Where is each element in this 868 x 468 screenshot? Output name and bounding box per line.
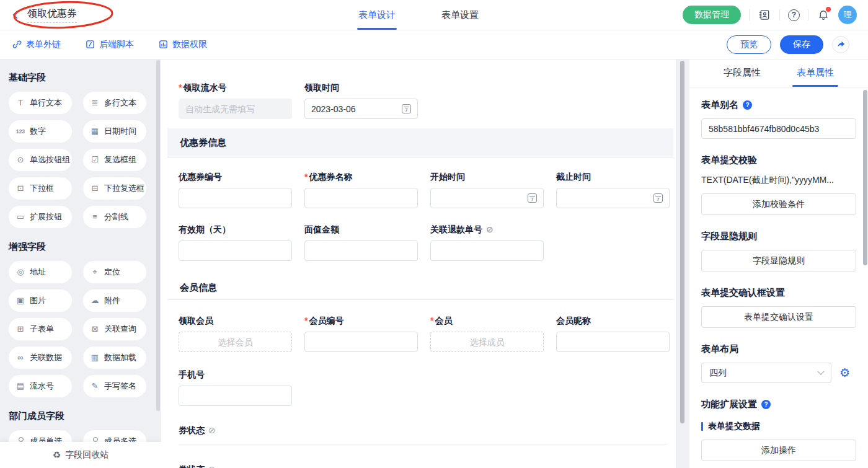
field-item-image[interactable]: ▣图片	[9, 289, 72, 312]
member-select[interactable]	[430, 332, 544, 352]
submit-confirm-button[interactable]: 表单提交确认设置	[701, 306, 856, 328]
form-alias-input[interactable]	[701, 118, 856, 139]
share-button[interactable]	[832, 36, 849, 53]
canvas-scrollbar-thumb[interactable]	[680, 61, 684, 423]
field-recycle-bin[interactable]: ♻ 字段回收站	[0, 442, 161, 468]
panel-scrollbar-thumb[interactable]	[863, 90, 867, 265]
field-item-linked-query[interactable]: ⊠关联查询	[83, 318, 146, 340]
field-coupon-no[interactable]: 优惠券编号	[179, 172, 292, 208]
field-item-multi-text[interactable]: ≣多行文本	[83, 92, 146, 114]
field-claim-time[interactable]: 领取时间 2023-03-06 7	[304, 82, 418, 119]
sidebar-scrollbar-thumb[interactable]	[156, 60, 160, 411]
form-alias-label: 表单别名 ?	[701, 99, 856, 111]
field-valid-days[interactable]: 有效期（天）	[179, 224, 292, 261]
share-arrow-icon	[836, 40, 846, 49]
field-item-checkbox-group[interactable]: ☑复选框组	[83, 149, 146, 171]
required-mark: *	[179, 82, 182, 92]
serial-no-input[interactable]	[179, 99, 292, 119]
field-item-extend-button[interactable]: ▭扩展按钮	[9, 206, 72, 228]
form-title[interactable]: 领取优惠券	[27, 7, 77, 23]
tab-field-properties[interactable]: 字段属性	[724, 59, 761, 87]
field-item-subform[interactable]: ⊞子表单	[9, 318, 72, 340]
help-icon[interactable]: ?	[788, 9, 800, 21]
field-item-attachment[interactable]: ☁附件	[83, 289, 146, 312]
tab-form-settings[interactable]: 表单设置	[441, 0, 479, 30]
field-item-single-text[interactable]: T单行文本	[9, 92, 72, 114]
dropdown-icon: ⊡	[16, 184, 25, 193]
field-face-value[interactable]: 面值金额	[304, 224, 418, 261]
contacts-book-icon[interactable]	[758, 8, 771, 22]
chevron-down-icon	[817, 368, 824, 374]
user-avatar[interactable]: 理	[838, 6, 857, 24]
field-start-time[interactable]: 开始时间 7	[430, 172, 544, 208]
field-item-radio-group[interactable]: ⊙单选按钮组	[9, 149, 72, 171]
form-row: *领取流水号 领取时间 2023-03-06 7	[161, 82, 676, 119]
backend-script-link[interactable]: 后端脚本	[86, 39, 134, 50]
field-coupon-name[interactable]: *优惠券名称	[304, 172, 418, 208]
field-item-address[interactable]: ◎地址	[9, 261, 72, 283]
form-external-link[interactable]: 表单外链	[12, 39, 61, 50]
help-icon[interactable]: ?	[743, 100, 752, 110]
member-nickname-input[interactable]	[556, 332, 670, 352]
field-item-linked-data[interactable]: ∞关联数据	[9, 347, 72, 369]
member-no-input[interactable]	[304, 332, 418, 352]
coupon-no-input[interactable]	[179, 188, 292, 208]
calendar-icon: ▦	[90, 127, 100, 136]
field-coupon-status-2[interactable]: 券状态 ⊘	[161, 464, 676, 468]
field-item-multi-dropdown[interactable]: ⊟下拉复选框	[83, 177, 146, 200]
data-permission-link[interactable]: 数据权限	[159, 39, 207, 50]
validation-expression: TEXT(DATE(截止时间),"yyyyMM...	[701, 175, 856, 186]
data-manage-button[interactable]: 数据管理	[683, 6, 741, 24]
back-icon[interactable]	[10, 9, 21, 20]
preview-button[interactable]: 预览	[727, 35, 771, 54]
field-item-signature[interactable]: ✎手写签名	[83, 375, 146, 397]
header-tabs: 表单设计 表单设置	[358, 0, 479, 30]
claim-time-input[interactable]: 2023-03-06 7	[304, 99, 418, 119]
field-member-nickname[interactable]: 会员昵称	[556, 316, 670, 352]
hidden-eye-icon[interactable]: ⊘	[208, 465, 216, 468]
field-item-dropdown[interactable]: ⊡下拉框	[9, 177, 72, 200]
hidden-eye-icon[interactable]: ⊘	[208, 426, 216, 435]
section-member-info[interactable]: 会员信息	[167, 276, 673, 300]
tab-form-design[interactable]: 表单设计	[358, 0, 396, 30]
claim-member-select[interactable]	[179, 332, 292, 352]
tab-form-properties[interactable]: 表单属性	[797, 59, 834, 87]
properties-panel: 字段属性 表单属性 表单别名 ? 表单提交校验 TEXT(DATE(截止时间),…	[689, 59, 868, 468]
layout-select[interactable]: 四列	[701, 363, 831, 383]
field-claim-member[interactable]: 领取会员	[179, 316, 292, 352]
start-time-input[interactable]: 7	[430, 188, 544, 208]
field-item-number[interactable]: 123数字	[9, 120, 72, 143]
add-action-button[interactable]: 添加操作	[701, 439, 856, 461]
save-button[interactable]: 保存	[780, 35, 823, 54]
form-toolbar: 表单外链 后端脚本 数据权限 预览 保存	[0, 30, 868, 60]
field-phone[interactable]: 手机号	[179, 369, 292, 406]
field-member-no[interactable]: *会员编号	[304, 316, 418, 352]
field-serial-no[interactable]: *领取流水号	[179, 82, 292, 119]
recycle-icon: ♻	[53, 449, 61, 461]
field-end-time[interactable]: 截止时间 7	[556, 172, 670, 208]
field-coupon-status[interactable]: 券状态 ⊘	[161, 425, 676, 435]
field-item-divider[interactable]: ≡分割线	[83, 206, 146, 228]
field-item-geolocation[interactable]: ⌖定位	[83, 261, 146, 283]
refund-no-input[interactable]	[430, 241, 544, 261]
visibility-rules-button[interactable]: 字段显隐规则	[701, 250, 856, 272]
face-value-input[interactable]	[304, 241, 418, 261]
field-item-serial-number[interactable]: ▤流水号	[9, 375, 72, 397]
field-member[interactable]: *会员	[430, 316, 544, 352]
phone-input[interactable]	[179, 386, 292, 406]
link-icon	[12, 40, 22, 49]
coupon-name-input[interactable]	[304, 188, 418, 208]
enhanced-fields-grid: ◎地址 ⌖定位 ▣图片 ☁附件 ⊞子表单 ⊠关联查询 ∞关联数据 ▥数据加载 ▤…	[9, 261, 161, 397]
help-icon[interactable]: ?	[761, 400, 771, 409]
section-coupon-info[interactable]: 优惠券信息	[167, 128, 673, 157]
end-time-input[interactable]: 7	[556, 188, 670, 208]
field-item-datetime[interactable]: ▦日期时间	[83, 120, 146, 143]
field-item-data-load[interactable]: ▥数据加载	[83, 347, 146, 369]
hidden-eye-icon[interactable]: ⊘	[486, 225, 494, 234]
notification-bell-icon[interactable]	[817, 8, 830, 22]
pen-icon: ✎	[90, 382, 100, 391]
gear-icon[interactable]: ⚙	[839, 367, 850, 379]
field-refund-no[interactable]: 关联退款单号⊘	[430, 224, 544, 261]
valid-days-input[interactable]	[179, 241, 292, 261]
add-validation-button[interactable]: 添加校验条件	[701, 193, 856, 215]
